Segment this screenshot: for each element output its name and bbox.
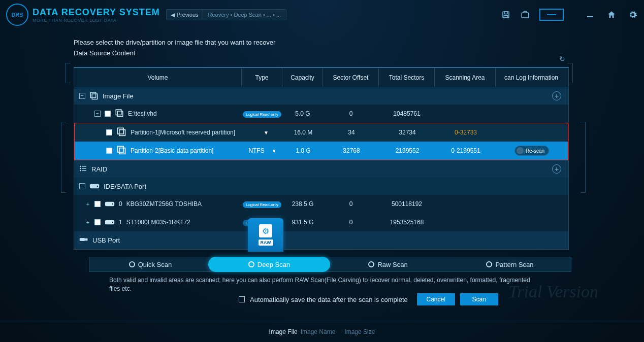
previous-button[interactable]: ◀ Previous [167, 10, 203, 20]
home-button[interactable] [606, 10, 617, 20]
table-row[interactable]: + 1 ST1000LM035-1RK172 Logical Read-only… [74, 213, 568, 231]
svg-rect-1 [504, 12, 507, 14]
capacity: 16.0 M [283, 129, 324, 136]
total-sectors: 32734 [379, 129, 435, 136]
col-sector-offset: Sector Offset [323, 68, 379, 87]
svg-rect-4 [587, 16, 593, 17]
cancel-button[interactable]: Cancel [417, 293, 455, 305]
capacity: 238.5 G [282, 200, 323, 208]
breadcrumb-path: Reovery • Deep Scan • ... • ... [203, 12, 286, 18]
add-raid-button[interactable]: + [552, 164, 561, 174]
sector-offset: 0 [323, 200, 379, 208]
raw-scan-button[interactable]: Raw Scan [327, 257, 449, 271]
checkbox[interactable] [106, 148, 112, 154]
svg-rect-10 [119, 129, 125, 135]
type-dropdown[interactable]: ▼ [264, 130, 269, 135]
checkbox[interactable] [94, 201, 101, 207]
partition-name: Partition-1[Microsoft reserved partition… [131, 129, 235, 136]
collapse-icon[interactable]: − [94, 111, 101, 117]
table-body[interactable]: − Image File + − E:\test.vhd Logical Rea… [74, 87, 568, 249]
svg-point-17 [80, 168, 81, 168]
drive-name: ST1000LM035-1RK172 [126, 219, 190, 226]
save-icon[interactable] [501, 10, 511, 20]
table-row[interactable]: Partition-1[Microsoft reserved partition… [75, 123, 568, 142]
col-capacity: Capacity [282, 68, 323, 87]
header-toolbar [501, 9, 564, 21]
deep-scan-button[interactable]: Deep Scan [208, 257, 330, 272]
capacity: 1.0 G [283, 147, 324, 154]
col-volume: Volume [74, 68, 242, 87]
col-type: Type [242, 68, 282, 87]
image-name-placeholder: Image Name [301, 328, 336, 335]
collapse-icon[interactable]: − [79, 183, 85, 189]
scan-button[interactable]: Scan [460, 293, 498, 305]
gear-icon: ⚙ [259, 224, 272, 237]
quick-scan-button[interactable]: Quick Scan [89, 257, 211, 271]
settings-button[interactable] [628, 10, 638, 20]
autosave-label: Automatically save the data after the sc… [250, 296, 408, 303]
group-raid[interactable]: RAID + [74, 160, 568, 178]
radio-icon [129, 261, 135, 267]
expand-icon[interactable]: + [85, 219, 90, 225]
svg-rect-11 [118, 146, 124, 152]
sector-offset: 34 [324, 129, 379, 136]
hard-drive-icon [105, 200, 115, 208]
group-label: RAID [91, 165, 107, 173]
file-stack-icon [115, 108, 124, 120]
type-dropdown[interactable]: ▼ [272, 148, 277, 154]
checkbox[interactable] [105, 111, 111, 117]
svg-rect-9 [118, 128, 124, 134]
autosave-checkbox[interactable] [239, 296, 245, 302]
svg-point-18 [80, 170, 81, 170]
add-image-button[interactable]: + [552, 91, 561, 100]
refresh-button[interactable]: ↻ [559, 55, 565, 63]
expand-icon[interactable]: + [85, 201, 90, 207]
svg-rect-25 [80, 238, 85, 241]
sector-offset: 0 [323, 110, 379, 117]
svg-rect-7 [116, 110, 121, 115]
briefcase-icon[interactable] [520, 10, 530, 20]
partition-icon [116, 145, 126, 157]
svg-point-16 [80, 166, 81, 166]
minimize-button[interactable] [585, 10, 595, 20]
pattern-scan-button[interactable]: Pattern Scan [449, 257, 571, 271]
fs-type: NTFS [248, 147, 264, 154]
raw-label: RAW [259, 240, 273, 246]
svg-rect-5 [90, 92, 96, 98]
status-bar: Image File Image Name Image Size [0, 321, 644, 342]
table-row[interactable]: + 0 KBG30ZMT256G TOSHIBA Logical Read-on… [74, 195, 568, 213]
total-sectors: 500118192 [379, 200, 435, 208]
scan-description: Both valid and invalid areas are scanned… [109, 276, 531, 293]
radio-icon [486, 261, 492, 267]
table-row[interactable]: Partition-2[Basic data partition] NTFS▼ … [75, 142, 568, 160]
group-image-file[interactable]: − Image File + [74, 87, 568, 105]
partition-icon [116, 126, 126, 139]
status-label: Image File [269, 328, 298, 335]
radio-icon [248, 261, 254, 267]
progress-indicator [539, 9, 564, 21]
list-icon [79, 164, 87, 174]
checkbox[interactable] [106, 129, 112, 135]
decorative-bracket [61, 122, 66, 193]
hard-drive-icon [89, 183, 100, 190]
collapse-icon[interactable]: − [79, 93, 85, 99]
group-usb[interactable]: USB Port [74, 231, 568, 249]
group-ide-sata[interactable]: − IDE/SATA Port [74, 178, 568, 195]
raw-mode-overlay[interactable]: ⚙ RAW [248, 218, 283, 252]
drive-table: Volume Type Capacity Sector Offset Total… [74, 67, 569, 250]
table-row[interactable]: − E:\test.vhd Logical Read-only 5.0 G 0 … [74, 105, 568, 123]
data-source-label: Data Source Content [0, 48, 644, 62]
svg-rect-2 [504, 16, 508, 18]
instruction-text: Please select the drive/partition or ima… [0, 29, 644, 48]
footer-controls: Automatically save the data after the sc… [239, 293, 498, 305]
drive-index: 0 [119, 200, 122, 208]
rescan-toggle[interactable]: Re-scan [514, 146, 549, 156]
logical-readonly-badge: Logical Read-only [243, 201, 281, 208]
svg-rect-6 [92, 94, 98, 99]
checkbox[interactable] [94, 219, 101, 225]
usb-icon [79, 236, 88, 245]
breadcrumb: ◀ Previous Reovery • Deep Scan • ... • .… [166, 9, 286, 20]
total-sectors: 2199552 [379, 147, 435, 154]
total-sectors: 10485761 [379, 110, 435, 117]
group-label: USB Port [92, 236, 120, 244]
